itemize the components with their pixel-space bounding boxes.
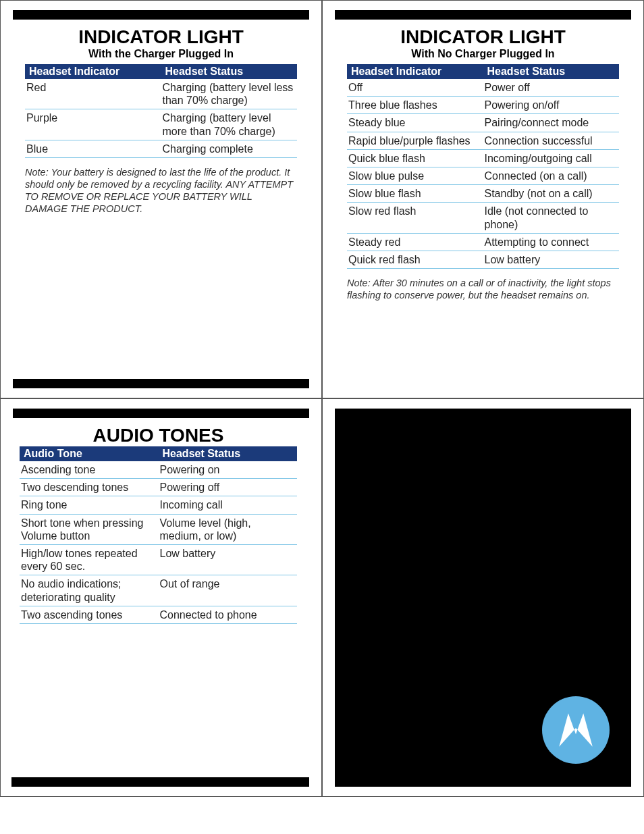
table-row: Slow red flashIdle (not connected to pho… xyxy=(347,203,619,233)
top-rule xyxy=(335,10,631,20)
panel3-table: Audio Tone Headset Status Ascending tone… xyxy=(20,446,297,624)
document-grid: INDICATOR LIGHT With the Charger Plugged… xyxy=(0,0,644,797)
table-row: PurpleCharging (battery level more than … xyxy=(25,109,297,140)
panel1-th2: Headset Status xyxy=(161,64,298,79)
table-row: Short tone when pressing Volume buttonVo… xyxy=(20,514,297,544)
table-row: Ascending tonePowering on xyxy=(20,461,297,479)
top-rule xyxy=(13,10,309,20)
panel3-title: AUDIO TONES xyxy=(20,425,297,446)
table-row: Slow blue flashStandby (not on a call) xyxy=(347,185,619,203)
panel-audio-tones: AUDIO TONES Audio Tone Headset Status As… xyxy=(0,398,322,797)
table-row: OffPower off xyxy=(347,79,619,97)
bottom-rule xyxy=(11,777,309,787)
panel-back-cover xyxy=(322,398,644,797)
panel2-note: Note: After 30 minutes on a call or of i… xyxy=(347,277,619,301)
table-row: RedCharging (battery level less than 70%… xyxy=(25,79,297,109)
panel1-title: INDICATOR LIGHT xyxy=(25,26,297,48)
table-row: High/low tones repeated every 60 sec.Low… xyxy=(20,544,297,575)
bottom-rule xyxy=(13,379,309,388)
panel2-th2: Headset Status xyxy=(483,64,620,79)
panel-indicator-nocharger: INDICATOR LIGHT With No Charger Plugged … xyxy=(322,0,644,398)
table-row: Two ascending tonesConnected to phone xyxy=(20,606,297,623)
panel3-th2: Headset Status xyxy=(159,446,298,461)
panel1-table: Headset Indicator Headset Status RedChar… xyxy=(25,64,297,158)
table-row: Steady redAttempting to connect xyxy=(347,233,619,251)
panel2-subtitle: With No Charger Plugged In xyxy=(347,48,619,60)
table-row: Quick blue flashIncoming/outgoing call xyxy=(347,149,619,167)
table-row: Ring toneIncoming call xyxy=(20,496,297,514)
panel3-th1: Audio Tone xyxy=(20,446,159,461)
panel2-th1: Headset Indicator xyxy=(347,64,483,79)
table-row: Three blue flashesPowering on/off xyxy=(347,97,619,114)
logo-wrap xyxy=(542,696,610,764)
panel1-subtitle: With the Charger Plugged In xyxy=(25,48,297,60)
table-row: No audio indications; deteriorating qual… xyxy=(20,575,297,606)
panel1-note: Note: Your battery is designed to last t… xyxy=(25,166,297,215)
table-row: Two descending tonesPowering off xyxy=(20,479,297,496)
table-row: BlueCharging complete xyxy=(25,140,297,157)
panel2-table: Headset Indicator Headset Status OffPowe… xyxy=(347,64,619,269)
motorola-m-icon xyxy=(555,709,597,751)
top-rule xyxy=(13,409,309,418)
motorola-logo-icon xyxy=(542,696,610,764)
table-row: Quick red flashLow battery xyxy=(347,251,619,268)
table-row: Slow blue pulseConnected (on a call) xyxy=(347,167,619,184)
table-row: Rapid blue/purple flashesConnection succ… xyxy=(347,132,619,149)
panel2-title: INDICATOR LIGHT xyxy=(347,26,619,48)
table-row: Steady bluePairing/connect mode xyxy=(347,114,619,132)
panel1-th1: Headset Indicator xyxy=(25,64,161,79)
panel-indicator-charger: INDICATOR LIGHT With the Charger Plugged… xyxy=(0,0,322,398)
